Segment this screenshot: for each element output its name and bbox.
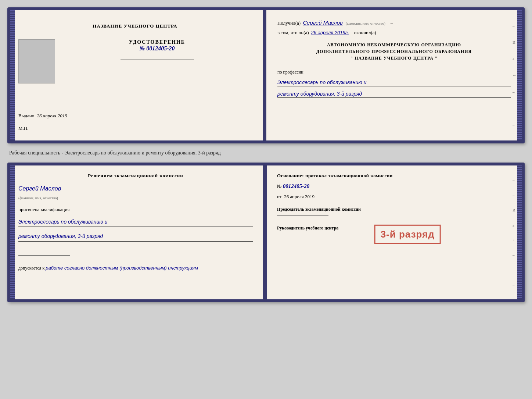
qual-profession-2: ремонту оборудования, 3-й разряд [18,232,253,241]
osnovanie-title: Основание: протокол экзаменационной коми… [277,173,511,179]
poluchil-line: Получил(а) Сергей Маслов (фамилия, имя, … [277,19,511,26]
name-hint-top: (фамилия, имя, отчество) [346,21,385,25]
spine-right [517,10,522,140]
resheniem-title: Решением экзаменационной комиссии [18,173,253,179]
spine-right-bottom [517,165,522,299]
top-certificate: НАЗВАНИЕ УЧЕБНОГО ЦЕНТРА УДОСТОВЕРЕНИЕ №… [7,7,525,143]
sig-line-1 [18,252,70,252]
page-wrapper: НАЗВАНИЕ УЧЕБНОГО ЦЕНТРА УДОСТОВЕРЕНИЕ №… [7,7,525,302]
po-professii: по профессии [277,70,511,75]
qual-name-block: Сергей Маслов (фамилия, имя, отчество) [18,185,253,200]
cert-title: НАЗВАНИЕ УЧЕБНОГО ЦЕНТРА [93,23,177,29]
name-underline [18,195,70,195]
predsedatel-sig-line [277,215,328,216]
ot-date-line: от 26 апреля 2019 [277,194,511,200]
predsedatel-block: Председатель экзаменационной комиссии [277,206,511,216]
bottom-certificate: Решением экзаменационной комиссии Сергей… [7,163,525,302]
book-divider-bottom [263,165,267,299]
dopusk-hw: работе согласно должностным (производств… [46,265,198,271]
book-divider [263,10,266,140]
profession-line-2: ремонту оборудования, 3-й разряд [277,91,511,98]
qual-profession-1: Электрослесарь по обслуживанию и [18,218,253,227]
udostoverenie-text: УДОСТОВЕРЕНИЕ № 0012405-20 [62,39,252,61]
mp-line: М.П. [18,125,28,131]
protocol-line: № 0012405-20 [277,183,511,189]
cert-left-page: НАЗВАНИЕ УЧЕБНОГО ЦЕНТРА УДОСТОВЕРЕНИЕ №… [10,10,263,140]
udostoverenie-label: УДОСТОВЕРЕНИЕ [129,39,185,45]
vtom-line: в том, что он(а) 26 апреля 2019г. окончи… [277,30,511,36]
dopuskaetsya-block: допускается к работе согласно должностны… [18,265,253,271]
qual-right-page: Основание: протокол экзаменационной коми… [267,165,522,299]
photo-placeholder [18,39,55,83]
cert-right-page: Получил(а) Сергей Маслов (фамилия, имя, … [266,10,522,140]
edge-marks-top-right: – И а ← – – – [513,10,517,140]
signature-line-2 [121,60,194,60]
recipient-name: Сергей Маслов [303,19,343,26]
udostoverenie-number: № 0012405-20 [140,45,175,52]
prisvoena-text: присвоена квалификация [18,207,253,213]
edge-marks-bottom-right: – – И а ← – – – [513,165,517,299]
protocol-number: 0012405-20 [283,183,310,189]
org-block: АВТОНОМНУЮ НЕКОММЕРЧЕСКУЮ ОРГАНИЗАЦИЮ ДО… [277,42,511,61]
vydano-line: Выдано 26 апреля 2019 [18,113,67,119]
specialty-label: Рабочая специальность - Электрослесарь п… [7,150,525,156]
vtom-date: 26 апреля 2019г. [311,30,349,35]
stamp-overlay: 3-й разряд [374,225,441,244]
signature-line-1 [121,55,194,55]
predsedatel-label: Председатель экзаменационной комиссии [277,206,511,213]
sig-line-2 [18,255,70,256]
qual-recipient-name: Сергей Маслов [18,185,253,192]
name-hint-bottom: (фамилия, имя, отчество) [18,196,253,200]
rukovoditel-sig-line [277,234,328,234]
profession-line-1: Электрослесарь по обслуживанию и [277,79,511,86]
qual-left-page: Решением экзаменационной комиссии Сергей… [10,165,263,299]
udostoverenie-block: УДОСТОВЕРЕНИЕ № 0012405-20 [18,39,252,83]
